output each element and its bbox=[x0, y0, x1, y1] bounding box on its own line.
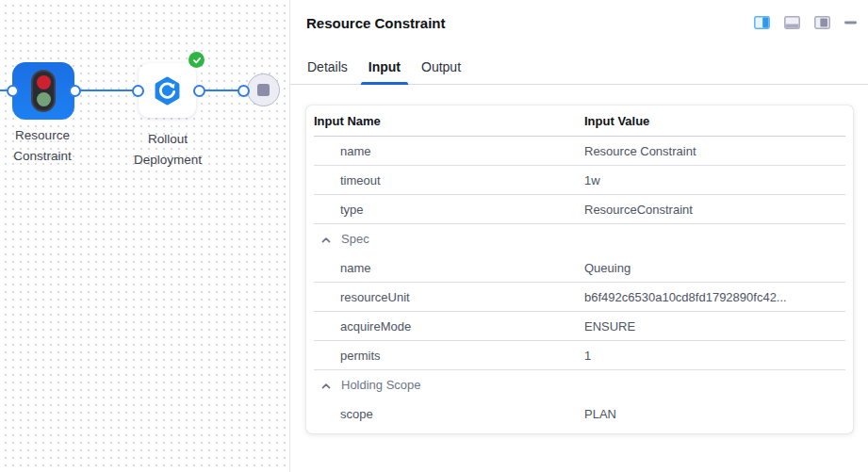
input-value-cell: ENSURE bbox=[584, 319, 845, 334]
port-in-resource-constraint[interactable] bbox=[7, 85, 19, 97]
rollout-icon bbox=[152, 75, 183, 106]
input-table-header: Input Name Input Value bbox=[314, 106, 845, 137]
table-row: nameResource Constraint bbox=[314, 137, 845, 166]
red-light-icon bbox=[37, 75, 51, 90]
node-rollout-deployment[interactable] bbox=[139, 63, 196, 118]
details-panel: Resource Constraint bbox=[290, 0, 868, 472]
panel-position-bottom-button[interactable] bbox=[784, 16, 800, 29]
panel-position-right-icon bbox=[754, 16, 770, 29]
input-name-cell: permits bbox=[340, 349, 381, 363]
end-node-square-icon bbox=[257, 84, 270, 96]
table-row: permits1 bbox=[314, 341, 845, 370]
node-label: Rollout Deployment bbox=[118, 129, 218, 171]
node-end[interactable] bbox=[247, 73, 280, 106]
table-row: scopePLAN bbox=[314, 399, 845, 429]
input-name-cell: acquireMode bbox=[340, 319, 411, 334]
input-value-cell: 1w bbox=[584, 173, 845, 187]
panel-position-right-button[interactable] bbox=[754, 16, 770, 29]
success-check-badge bbox=[188, 52, 205, 68]
input-name-cell: resourceUnit bbox=[340, 290, 410, 304]
column-header-input-name: Input Name bbox=[314, 114, 584, 128]
workflow-app: Resource Constraint Rollout Deployment R… bbox=[0, 0, 868, 472]
workflow-canvas[interactable]: Resource Constraint Rollout Deployment bbox=[0, 0, 290, 472]
port-in-rollout-deployment[interactable] bbox=[132, 85, 144, 97]
check-icon bbox=[192, 56, 202, 65]
table-row: typeResourceConstraint bbox=[314, 195, 845, 224]
input-value-cell: 1 bbox=[584, 349, 845, 363]
table-row: acquireModeENSURE bbox=[314, 312, 845, 341]
table-row: timeout1w bbox=[314, 166, 845, 195]
input-value-cell: Resource Constraint bbox=[584, 144, 845, 158]
input-name-cell: name bbox=[340, 144, 371, 158]
input-table-card: Input Name Input Value nameResource Cons… bbox=[306, 106, 853, 433]
panel-position-float-button[interactable] bbox=[814, 16, 830, 29]
minimize-panel-button[interactable] bbox=[844, 21, 857, 24]
tab-output[interactable]: Output bbox=[414, 49, 468, 84]
input-name-cell: timeout bbox=[340, 173, 381, 187]
port-in-end[interactable] bbox=[237, 85, 250, 97]
chevron-up-icon[interactable] bbox=[320, 235, 332, 246]
minimize-icon bbox=[844, 21, 857, 24]
input-table-body: nameResource Constrainttimeout1wtypeReso… bbox=[306, 137, 853, 429]
input-value-cell: Queuing bbox=[584, 261, 845, 275]
panel-position-float-icon bbox=[814, 16, 830, 29]
input-value-cell: ResourceConstraint bbox=[584, 203, 845, 217]
column-header-input-value: Input Value bbox=[584, 114, 845, 128]
input-name-cell: scope bbox=[340, 407, 373, 421]
panel-controls bbox=[754, 16, 857, 29]
tab-bar: Details Input Output bbox=[290, 49, 868, 85]
table-row: resourceUnitb6f492c6530a10cd8fd1792890fc… bbox=[314, 283, 845, 312]
input-name-cell: name bbox=[340, 261, 371, 275]
traffic-light-icon bbox=[31, 70, 56, 112]
green-light-icon bbox=[37, 92, 51, 106]
tab-input[interactable]: Input bbox=[361, 49, 408, 84]
port-out-rollout-deployment[interactable] bbox=[193, 85, 205, 97]
input-name-cell: type bbox=[340, 203, 364, 217]
table-group-row[interactable]: Spec bbox=[314, 224, 845, 253]
table-group-row[interactable]: Holding Scope bbox=[314, 370, 845, 399]
input-value-cell: b6f492c6530a10cd8fd1792890fc42... bbox=[584, 290, 845, 304]
tab-details[interactable]: Details bbox=[300, 49, 355, 84]
input-value-cell: PLAN bbox=[584, 407, 845, 421]
group-name-label: Holding Scope bbox=[341, 378, 421, 392]
node-resource-constraint[interactable] bbox=[12, 62, 74, 120]
port-out-resource-constraint[interactable] bbox=[69, 85, 81, 97]
node-label: Resource Constraint bbox=[0, 125, 92, 167]
group-name-label: Spec bbox=[341, 232, 369, 246]
chevron-up-icon[interactable] bbox=[320, 381, 332, 392]
panel-position-bottom-icon bbox=[784, 16, 800, 29]
table-row: nameQueuing bbox=[314, 253, 845, 283]
